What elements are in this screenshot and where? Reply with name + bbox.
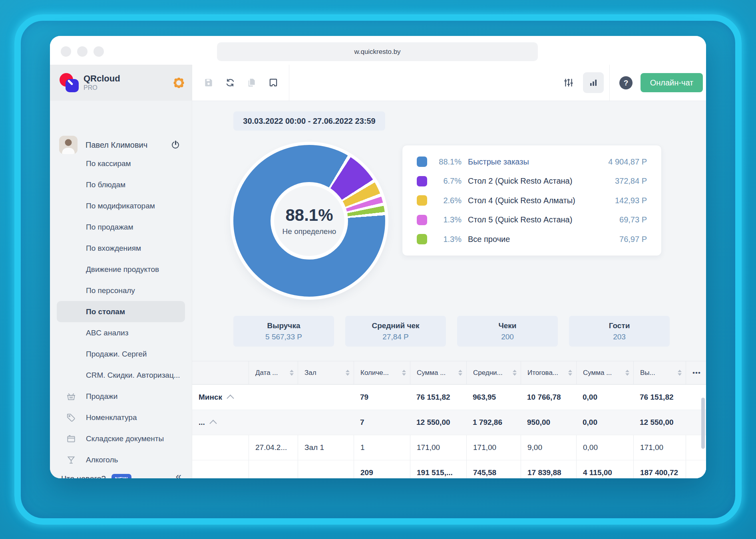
sort-icon [290,370,294,376]
donut-center-label: Не определено [283,227,336,236]
legend-value: 142,93 Р [615,196,647,205]
help-icon[interactable]: ? [619,76,633,89]
table-row-group-minsk[interactable]: Минск 79 76 151,82 963,95 10 766,78 0,00… [192,384,706,410]
table-header-total[interactable]: Итогова... [521,361,576,384]
logout-power-icon[interactable] [171,141,180,149]
sidebar-item-abc-analiz[interactable]: ABC анализ [50,322,192,343]
sidebar-item-po-vhozhdeniyam[interactable]: По вхождениям [50,238,192,259]
legend-pct: 88.1% [427,157,462,166]
copy-icon[interactable] [247,77,257,88]
refresh-icon[interactable] [225,77,235,88]
table-header-empty [192,361,249,384]
cell-date: 27.04.2... [249,435,298,460]
chevron-up-icon[interactable] [227,394,234,402]
user-name: Павел Климович [86,141,147,150]
martini-icon [66,455,76,465]
theme-sun-icon[interactable] [175,79,182,86]
cell-total: 10 766,78 [521,385,576,410]
sidebar-item-label: Номенклатура [86,413,137,422]
chevron-up-icon[interactable] [209,420,217,427]
sidebar-item-po-personalu[interactable]: По персоналу [50,280,192,301]
legend-item[interactable]: 2.6% Стол 4 (Quick Resto Алматы) 142,93 … [417,195,647,206]
sidebar-item-prodazhi-sergey[interactable]: Продажи. Сергей [50,343,192,365]
sidebar-item-label: Алкоголь [86,456,118,464]
legend-item[interactable]: 1.3% Все прочие 76,97 Р [417,234,647,244]
table-header-sum[interactable]: Сумма ... [410,361,466,384]
url-bar[interactable]: w.quickresto.by [217,42,538,61]
legend-item[interactable]: 6.7% Стол 2 (Quick Resto Астана) 372,84 … [417,176,647,186]
sidebar-item-nomenklatura[interactable]: Номенклатура [50,407,192,428]
toolbar: ? Онлайн-чат [192,65,706,101]
cell-sum: 171,00 [410,435,466,460]
date-range-picker[interactable]: 30.03.2022 00:00 - 27.06.2022 23:59 [233,111,385,131]
sidebar: QRcloud PRO Павел Климович [50,65,192,478]
window-minimize-dot[interactable] [77,46,88,57]
table-row-group-dots[interactable]: ... 7 12 550,00 1 792,86 950,00 0,00 12 … [192,410,706,435]
stat-value: 203 [613,333,626,341]
stat-card-guests: Гости 203 [569,316,670,347]
sidebar-item-po-blyudam[interactable]: По блюдам [50,174,192,195]
stat-label: Гости [609,321,630,330]
donut-center: 88.1% Не определено [274,186,344,256]
brand-plan: PRO [84,84,120,91]
group-label: Минск [199,393,222,402]
collapse-sidebar-icon[interactable]: « [176,470,181,478]
table-header-revenue[interactable]: Вы... [633,361,686,384]
legend-item[interactable]: 88.1% Быстрые заказы 4 904,87 Р [417,157,647,167]
bar-chart-icon [589,78,598,87]
vertical-scrollbar[interactable] [701,398,705,449]
stat-label: Выручка [267,321,300,330]
table-header-hall[interactable]: Зал [298,361,354,384]
table-header-quantity[interactable]: Количе... [354,361,410,384]
sidebar-item-prodazhi[interactable]: Продажи [50,386,192,407]
group-label: ... [199,418,205,427]
stat-card-avg-check: Средний чек 27,84 Р [345,316,446,347]
table-header-more[interactable]: ••• [686,361,706,384]
export-tray-icon[interactable] [268,77,279,88]
table-row-detail[interactable]: 27.04.2... Зал 1 1 171,00 171,00 9,00 0,… [192,435,706,460]
legend-value: 372,84 Р [615,176,647,186]
sidebar-item-po-kassiram[interactable]: По кассирам [50,153,192,174]
cell-quantity: 79 [354,385,410,410]
legend-label: Стол 5 (Quick Resto Астана) [468,215,615,224]
table-header-date[interactable]: Дата ... [249,361,298,384]
chart-view-toggle[interactable] [583,72,604,93]
table-row-totals: 209 191 515,... 745,58 17 839,88 4 115,0… [192,460,706,478]
window-maximize-dot[interactable] [94,46,104,57]
cell-hall: Зал 1 [298,435,354,460]
online-chat-button[interactable]: Онлайн-чат [641,73,703,92]
cell-revenue: 187 400,72 [633,460,686,478]
donut-chart: 88.1% Не определено [233,145,385,297]
window-close-dot[interactable] [61,46,71,57]
report-content: 30.03.2022 00:00 - 27.06.2022 23:59 88.1… [192,101,706,478]
cell-sum: 191 515,... [410,460,466,478]
filters-sliders-icon[interactable] [563,77,574,88]
new-badge: NEW [111,474,131,479]
sidebar-item-dvizhenie-produktov[interactable]: Движение продуктов [50,259,192,280]
avatar[interactable] [59,136,78,154]
table-header-average[interactable]: Средни... [466,361,521,384]
cell-sum2: 0,00 [576,410,633,435]
cell-quantity: 7 [354,410,410,435]
sort-icon [678,370,682,376]
qrcloud-logo-icon [60,73,79,92]
legend-value: 76,97 Р [619,235,647,244]
date-range-text: 30.03.2022 00:00 - 27.06.2022 23:59 [243,117,375,126]
box-icon [66,434,76,444]
table-header-sum2[interactable]: Сумма ... [576,361,633,384]
legend-item[interactable]: 1.3% Стол 5 (Quick Resto Астана) 69,73 Р [417,215,647,225]
sidebar-item-skladskie-dokumenty[interactable]: Складские документы [50,428,192,449]
cell-average: 171,00 [466,435,521,460]
toolbar-divider [289,65,289,101]
sidebar-item-crm-skidki[interactable]: CRM. Скидки. Авторизац... [50,365,192,386]
whats-new-label: Что нового? [61,474,106,479]
sidebar-item-po-prodazham[interactable]: По продажам [50,216,192,238]
stat-label: Средний чек [372,321,419,330]
legend-label: Быстрые заказы [468,157,603,166]
sidebar-item-po-stolam-selected[interactable]: По столам [57,301,185,322]
sidebar-item-po-modifikatoram[interactable]: По модификаторам [50,195,192,216]
cell-average: 963,95 [466,385,521,410]
whats-new-row[interactable]: Что нового? NEW [61,472,131,478]
save-icon[interactable] [203,77,214,88]
sidebar-item-alkogol[interactable]: Алкоголь [50,449,192,470]
